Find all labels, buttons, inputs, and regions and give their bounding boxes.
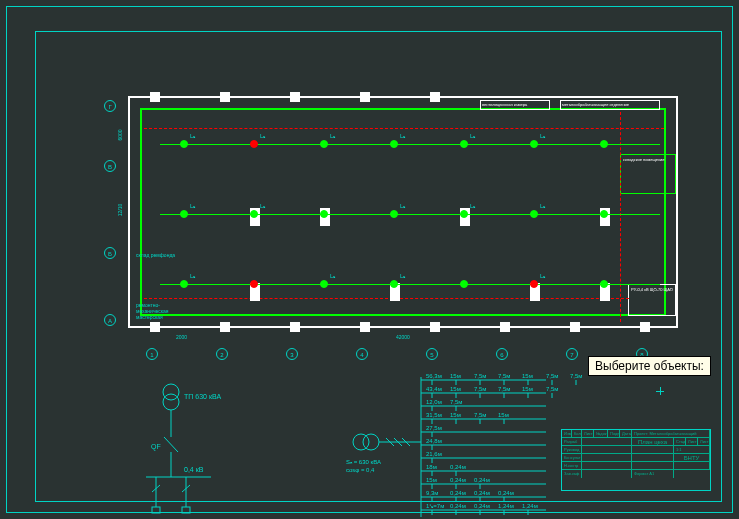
panel4: склад ремфонда — [136, 252, 176, 258]
svg-text:0,24м: 0,24м — [474, 477, 490, 483]
grid-col-6: 6 — [496, 348, 508, 360]
grid-row-b: Б — [104, 247, 116, 259]
light-fixture — [320, 280, 328, 288]
grid-row-v: В — [104, 160, 116, 172]
cable-route-bot — [144, 298, 629, 299]
tb-empty — [632, 446, 674, 453]
light-label: L₁ — [190, 272, 195, 279]
lighting-circuit-3: L₁ L₁ L₁ L₁ — [160, 284, 660, 285]
column-marker — [640, 322, 650, 332]
column-marker — [360, 322, 370, 332]
light-label: L₁ — [400, 132, 405, 139]
light-fixture — [530, 210, 538, 218]
grid-row-g: Г — [104, 100, 116, 112]
svg-text:15м: 15м — [522, 373, 533, 379]
svg-point-1 — [163, 394, 179, 410]
tb-empty — [582, 438, 632, 445]
light-fixture — [250, 210, 258, 218]
single-line-diagram-right: Sₙ = 630 кВА cosφ = 0,4 56,3м15м7,5м7,5м… — [346, 372, 586, 519]
svg-text:7,5м: 7,5м — [474, 386, 486, 392]
light-fixture — [180, 210, 188, 218]
light-fixture — [600, 210, 608, 218]
svg-text:15м: 15м — [450, 386, 461, 392]
tb-col: Дата — [620, 430, 632, 437]
svg-text:7,5м: 7,5м — [474, 412, 486, 418]
svg-text:7,5м: 7,5м — [474, 373, 486, 379]
command-tooltip: Выберите объекты: — [588, 356, 711, 376]
light-fixture — [320, 210, 328, 218]
light-fixture — [460, 210, 468, 218]
lighting-circuit-1: L₁ L₁ L₁ L₁ L₁ L₁ — [160, 144, 660, 145]
subroom-text: складское помещение — [621, 155, 675, 164]
cable-route-top — [144, 128, 664, 129]
svg-text:0,24м: 0,24м — [450, 503, 466, 509]
svg-text:7,5м: 7,5м — [498, 373, 510, 379]
tb-stage: Стадия — [674, 438, 686, 445]
svg-text:7,5м: 7,5м — [546, 386, 558, 392]
svg-text:15м: 15м — [450, 373, 461, 379]
svg-text:12,0м: 12,0м — [426, 399, 442, 405]
tb-empty — [582, 454, 632, 461]
column-marker — [290, 322, 300, 332]
dim-h1: 2000 — [176, 334, 187, 340]
tb-col: Кол — [572, 430, 582, 437]
tb-empty — [582, 470, 632, 478]
light-label: L₁ — [260, 132, 265, 139]
dim-v2: 12/10 — [117, 204, 123, 217]
light-fixture — [180, 140, 188, 148]
svg-point-12 — [353, 434, 369, 450]
panel3: ремонтно-механическая мастерская — [136, 302, 176, 320]
tb-col: №док — [594, 430, 608, 437]
tb-empty — [632, 454, 674, 461]
svg-text:9,3м: 9,3м — [426, 490, 438, 496]
light-fixture — [390, 140, 398, 148]
tp-label: ТП 630 кВА — [184, 393, 221, 400]
subroom-ru: РУ-0,4 кВ ЩО-70 ЩАО — [628, 284, 676, 316]
light-label: L₁ — [540, 202, 545, 209]
light-label: L₁ — [400, 202, 405, 209]
panel-metal: металообрабатывающее отделение — [560, 100, 660, 110]
svg-text:15м: 15м — [450, 412, 461, 418]
light-label: L₁ — [330, 272, 335, 279]
lv-label: 0,4 кВ — [184, 466, 204, 473]
grid-col-7: 7 — [566, 348, 578, 360]
column-marker — [220, 322, 230, 332]
light-fixture — [390, 280, 398, 288]
light-fixture-emergency — [250, 280, 258, 288]
svg-text:7,5м: 7,5м — [546, 373, 558, 379]
tb-sheets: Листов 5 — [698, 438, 710, 445]
svg-text:1¹₁=7м: 1¹₁=7м — [426, 503, 444, 509]
svg-text:21,6м: 21,6м — [426, 451, 442, 457]
column-marker — [290, 92, 300, 102]
tb-role: Разраб — [562, 438, 582, 445]
building-outline: вентиляционная камера металообрабатывающ… — [128, 96, 678, 328]
svg-text:1,24м: 1,24м — [498, 503, 514, 509]
subroom-store: складское помещение — [620, 154, 676, 194]
cos-label: cosφ = 0,4 — [346, 467, 375, 473]
light-label: L₁ — [470, 132, 475, 139]
tb-role: Зав.каф — [562, 470, 582, 478]
cad-viewport[interactable]: вентиляционная камера металообрабатывающ… — [6, 6, 733, 513]
grid-col-1: 1 — [146, 348, 158, 360]
grid-col-2: 2 — [216, 348, 228, 360]
tb-col: Лист — [582, 430, 594, 437]
light-label: L₁ — [330, 132, 335, 139]
single-line-diagram-left: ТП 630 кВА QF 0,4 кВ — [146, 377, 236, 519]
svg-line-3 — [164, 437, 178, 452]
column-marker — [150, 92, 160, 102]
svg-text:24,8м: 24,8м — [426, 438, 442, 444]
light-fixture — [600, 280, 608, 288]
crosshair-icon — [656, 387, 664, 395]
svg-text:43,4м: 43,4м — [426, 386, 442, 392]
column-marker — [430, 92, 440, 102]
svg-text:27,5м: 27,5м — [426, 425, 442, 431]
light-fixture-emergency — [530, 280, 538, 288]
tb-role: Н.контр — [562, 462, 582, 469]
tb-empty — [674, 470, 710, 478]
svg-text:7,5м: 7,5м — [498, 386, 510, 392]
light-fixture — [390, 210, 398, 218]
tb-role: Руковод — [562, 446, 582, 453]
svg-rect-11 — [182, 507, 190, 513]
column-marker — [360, 92, 370, 102]
tb-empty — [582, 446, 632, 453]
